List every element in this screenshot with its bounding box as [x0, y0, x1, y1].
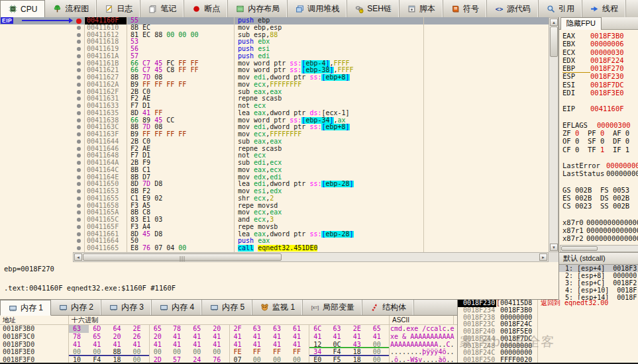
instruction-dot-icon[interactable] [77, 246, 81, 250]
instruction-dot-icon[interactable] [77, 140, 81, 144]
disasm-vertical-scrollbar[interactable]: ▲ ▼ [549, 17, 558, 252]
disasm-row[interactable]: 0041161A57push edi [0, 53, 549, 60]
breakpoint-column[interactable] [74, 17, 85, 24]
instruction-dot-icon[interactable] [77, 33, 81, 37]
breakpoint-column[interactable] [74, 195, 85, 203]
argument-row[interactable]: 3: [esp+C] 0018F2 [559, 279, 638, 287]
breakpoint-column[interactable] [74, 81, 85, 89]
disasm-row[interactable]: 00411658F3 A5repe movsd [0, 203, 549, 210]
breakpoint-column[interactable] [74, 117, 85, 124]
breakpoint-column[interactable] [74, 67, 85, 74]
tab-12[interactable]: 线程 [582, 0, 626, 17]
instruction-dot-icon[interactable] [77, 97, 81, 101]
disasm-row[interactable]: 004116618D 45 D8lea eax,dword ptr ss:[eb… [0, 231, 549, 238]
disasm-row[interactable]: 0041161B66 C7 45 FC FF FFmov word ptr ss… [0, 60, 549, 68]
breakpoint-column[interactable] [74, 60, 85, 68]
breakpoint-column[interactable] [74, 238, 85, 245]
instruction-dot-icon[interactable] [77, 118, 81, 122]
instruction-dot-icon[interactable] [77, 218, 81, 222]
argument-row[interactable]: 4: [esp+10] 0018F [559, 287, 638, 294]
stack-row[interactable]: 0018F250 FFFF0020 [458, 357, 638, 364]
instruction-dot-icon[interactable] [77, 111, 81, 115]
register-eflags[interactable]: EFLAGS00000300 [562, 121, 638, 129]
register-spacer[interactable] [562, 154, 638, 161]
register-x87r1[interactable]: x87r100000000000000000000 [562, 226, 638, 234]
instruction-dot-icon[interactable] [77, 239, 81, 243]
scrollbar-thumb[interactable] [561, 246, 598, 251]
breakpoint-column[interactable] [74, 103, 85, 110]
disasm-row[interactable]: 0041166450push eax [0, 238, 549, 245]
breakpoint-column[interactable] [74, 224, 85, 231]
breakpoint-column[interactable] [74, 53, 85, 60]
disasm-row[interactable]: 0041161281 EC 88 00 00 00sub esp,88 [0, 32, 549, 39]
instruction-dot-icon[interactable] [77, 47, 81, 51]
register-ebx[interactable]: EBX00000006 [562, 40, 638, 48]
bottom-tab-6[interactable]: [x=]局部变量 [303, 300, 362, 315]
instruction-dot-icon[interactable] [77, 132, 81, 136]
instruction-dot-icon[interactable] [77, 197, 81, 201]
tab-1[interactable]: 流程图 [45, 0, 97, 17]
breakpoint-column[interactable] [74, 74, 85, 81]
segment-row[interactable]: ES 002B DS 002B [562, 194, 638, 202]
instruction-dot-icon[interactable] [77, 161, 81, 165]
dump-row[interactable]: 0018F3E000008B0000000000FEFFFFFF34F41800… [0, 348, 457, 356]
breakpoint-column[interactable] [74, 159, 85, 167]
argument-list[interactable]: 1: [esp+4] 0018F3 2: [esp+8] 000000 3: [… [559, 265, 638, 300]
tab-0[interactable]: 32CPU [0, 0, 45, 18]
disasm-row[interactable]: 0041161956push esi [0, 46, 549, 53]
instruction-dot-icon[interactable] [77, 83, 81, 87]
disasm-row[interactable]: 0041163866 89 45 CCmov word ptr ss:[ebp-… [0, 117, 549, 124]
disasm-row[interactable]: 0041164C8B C1mov eax,ecx [0, 167, 549, 174]
instruction-dot-icon[interactable] [77, 225, 81, 229]
disasm-row[interactable]: 0041163C8B 7D 08mov edi,dword ptr ss:[eb… [0, 124, 549, 131]
disasm-row[interactable]: 004116508D 7D D8lea edi,dword ptr ss:[eb… [0, 181, 549, 188]
breakpoint-column[interactable] [74, 245, 85, 252]
instruction-dot-icon[interactable] [77, 154, 81, 158]
disasm-row[interactable]: 0041165FF3 A4repe movsb [0, 224, 549, 231]
instruction-dot-icon[interactable] [77, 54, 81, 58]
disasm-row[interactable]: 0041162166 C7 45 C8 FF FFmov word ptr ss… [0, 67, 549, 74]
breakpoint-column[interactable] [74, 188, 85, 195]
register-edi[interactable]: EDI0018F3E0 [562, 89, 638, 97]
instruction-dot-icon[interactable] [77, 204, 81, 208]
disasm-row[interactable]: 0041161853push ebx [0, 38, 549, 46]
register-esp[interactable]: ESP0018F230 [562, 72, 638, 80]
segment-row[interactable]: CS 0023 SS 002B [562, 202, 638, 210]
stack-row[interactable]: 0018F244 0018F7DC [458, 336, 638, 343]
registers-horizontal-scrollbar[interactable] [560, 245, 638, 252]
register-eip[interactable]: EIP0041160F [562, 105, 638, 113]
tab-5[interactable]: 内存布局 [228, 0, 288, 17]
tab-2[interactable]: 日志 [97, 0, 140, 17]
instruction-dot-icon[interactable] [77, 168, 81, 172]
tab-4[interactable]: 断点 [184, 0, 228, 17]
register-spacer[interactable] [562, 210, 638, 218]
instruction-dot-icon[interactable] [77, 182, 81, 186]
register-list[interactable]: EAX0018F3B0EBX00000006ECX00000030EDX0018… [559, 30, 638, 245]
breakpoint-column[interactable] [74, 89, 85, 96]
breakpoint-column[interactable] [74, 231, 85, 238]
breakpoint-column[interactable] [74, 146, 85, 153]
dump-row[interactable]: 0018F3C078652026204141414141414141414141… [0, 333, 457, 341]
disasm-row[interactable]: 00411646F2 AErepne scasb [0, 146, 549, 153]
instruction-dot-icon[interactable] [77, 189, 81, 193]
bottom-tab-5[interactable]: 监视 1 [252, 300, 303, 315]
dump-row[interactable]: 0018F3D0414141414141414141414141120C4300… [0, 341, 457, 349]
disasm-row[interactable]: 004116442B C0sub eax,eax [0, 138, 549, 146]
instruction-dot-icon[interactable] [77, 147, 81, 151]
register-eax[interactable]: EAX0018F3B0 [562, 32, 638, 40]
breakpoint-column[interactable] [74, 203, 85, 210]
bottom-tab-4[interactable]: 内存 5 [202, 300, 252, 315]
breakpoint-column[interactable] [74, 95, 85, 103]
bottom-tab-0[interactable]: 内存 1 [0, 300, 51, 316]
disasm-row[interactable]: 0041162AB9 FF FF FF FFmov ecx,FFFFFFFF [0, 81, 549, 89]
register-spacer[interactable] [562, 178, 638, 186]
instruction-dot-icon[interactable] [77, 68, 81, 72]
register-ebp[interactable]: EBP0018F270 [562, 64, 638, 72]
disasm-row[interactable]: 0041162F2B C0sub eax,eax [0, 89, 549, 96]
stack-pane[interactable]: 0018F230[004115D8返回到 eqnedt32.000018F234… [457, 300, 638, 364]
dump-row[interactable]: 0018F3B0636D642E657865202F6363616C632E65… [0, 325, 457, 333]
breakpoint-column[interactable] [74, 209, 85, 216]
breakpoint-column[interactable] [74, 174, 85, 181]
disasm-row[interactable]: 00411665E8 76 07 04 00call eqnedt32.451D… [0, 245, 549, 252]
instruction-dot-icon[interactable] [77, 26, 81, 30]
